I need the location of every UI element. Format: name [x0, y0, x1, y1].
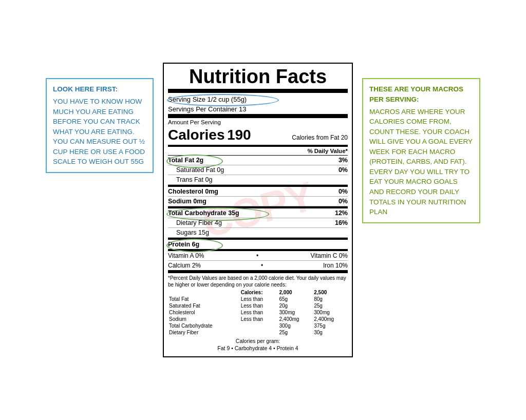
calories-label: Calories [168, 127, 225, 143]
servings-per-text: Servings Per Container 13 [168, 105, 246, 113]
calories-from-fat: Calories from Fat 20 [292, 134, 348, 141]
nutrient-pct: 16% [335, 219, 348, 226]
calories-main: Calories 190 [168, 127, 251, 143]
nutrient-name: Trans Fat 0g [176, 176, 212, 183]
nutrient-row: Trans Fat 0g [168, 175, 348, 185]
page-wrapper: LOOK HERE FIRST: YOU HAVE TO KNOW HOW MU… [6, 58, 520, 362]
nutrient-row: Cholesterol 0mg0% [168, 185, 348, 197]
calories-value: 190 [227, 127, 251, 143]
vitamin-row: Vitamin A 0%•Vitamin C 0% [168, 251, 348, 261]
label-title: Nutrition Facts [168, 67, 348, 93]
right-panel-title: THESE ARE YOUR MACROS PER SERVING: [369, 84, 473, 104]
serving-size-text: Serving Size 1/2 cup (55g) [168, 96, 247, 103]
right-panel-body: MACROS ARE WHERE YOUR CALORIES COME FROM… [369, 108, 473, 216]
nutrient-row: Sugars 15g [168, 228, 348, 238]
nutrient-name: Total Fat 2g [168, 157, 203, 164]
footnote-line1: *Percent Daily Values are based on a 2,0… [168, 275, 346, 288]
nutrient-pct: 12% [335, 209, 348, 217]
vitamin-row: Calcium 2%•Iron 10% [168, 261, 348, 273]
left-panel: LOOK HERE FIRST: YOU HAVE TO KNOW HOW MU… [46, 78, 154, 173]
nutrient-row: Total Fat 2g3% [168, 156, 348, 165]
nutrient-row: Dietary Fiber 4g16% [168, 218, 348, 228]
footnote-table: Calories:2,0002,500Total FatLess than65g… [168, 289, 348, 336]
vitamin-left: Vitamin A 0% [168, 252, 204, 259]
amount-per-text: Amount Per Serving [168, 119, 221, 125]
nutrient-name: Protein 6g [168, 241, 199, 248]
nutrition-label: COPY Nutrition Facts Serving Size 1/2 cu… [163, 63, 353, 357]
footnote: *Percent Daily Values are based on a 2,0… [168, 273, 348, 352]
nutrient-row: Total Carbohydrate 35g12% [168, 206, 348, 218]
vitamin-right: Iron 10% [323, 262, 348, 269]
serving-size-row: Serving Size 1/2 cup (55g) [168, 94, 348, 104]
nutrient-row: Saturated Fat 0g0% [168, 165, 348, 175]
nutrient-row: Sodium 0mg0% [168, 197, 348, 206]
right-panel: THESE ARE YOUR MACROS PER SERVING: MACRO… [362, 78, 480, 223]
servings-per-row: Servings Per Container 13 [168, 104, 348, 118]
calories-row: Calories 190 Calories from Fat 20 [168, 125, 348, 147]
vitamin-dot: • [256, 252, 258, 259]
vitamin-right: Vitamin C 0% [311, 252, 348, 259]
nutrient-pct: 0% [339, 188, 348, 195]
nutrient-pct: 0% [339, 198, 348, 205]
left-panel-title: LOOK HERE FIRST: [53, 84, 146, 94]
dv-header: % Daily Value* [168, 147, 348, 156]
left-panel-body: YOU HAVE TO KNOW HOW MUCH YOU ARE EATING… [53, 98, 145, 165]
nutrient-name: Sugars 15g [176, 229, 209, 236]
nutrient-name: Sodium 0mg [168, 198, 206, 205]
vitamin-dot: • [261, 262, 263, 269]
nutrient-name: Dietary Fiber 4g [176, 219, 222, 226]
nutrient-name: Total Carbohydrate 35g [168, 209, 239, 217]
nutrient-name: Saturated Fat 0g [176, 166, 224, 174]
nutrients-container: Total Fat 2g3%Saturated Fat 0g0%Trans Fa… [168, 156, 348, 251]
vitamin-left: Calcium 2% [168, 262, 201, 269]
nutrient-pct: 0% [339, 166, 348, 174]
nutrient-pct: 3% [339, 157, 348, 164]
vitamins-container: Vitamin A 0%•Vitamin C 0%Calcium 2%•Iron… [168, 251, 348, 273]
amount-per-serving: Amount Per Serving [168, 119, 348, 125]
nutrient-row: Protein 6g [168, 238, 348, 251]
calories-per-gram: Calories per gram: Fat 9 • Carbohydrate … [168, 338, 348, 352]
nutrient-name: Cholesterol 0mg [168, 188, 218, 195]
